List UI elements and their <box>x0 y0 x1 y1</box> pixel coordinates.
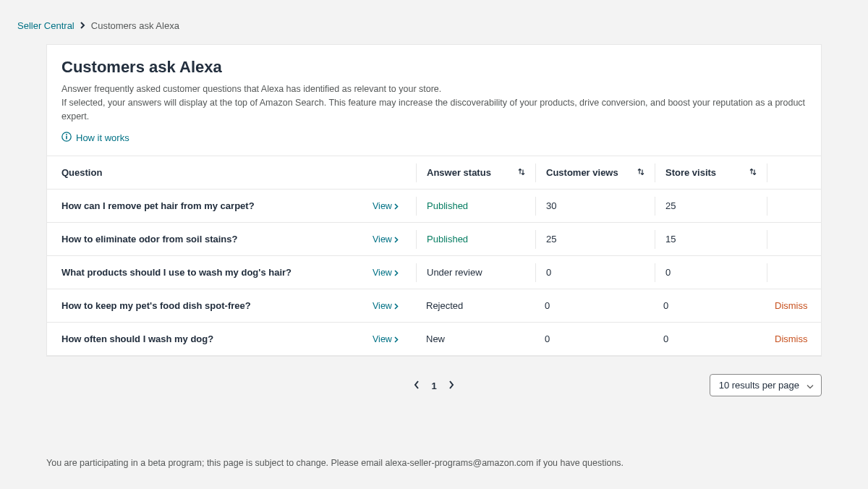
svg-rect-2 <box>66 136 67 140</box>
view-link[interactable]: View <box>373 268 399 278</box>
breadcrumb-current: Customers ask Alexa <box>91 20 179 31</box>
table-row: How to keep my pet's food dish spot-free… <box>47 289 821 323</box>
customer-views-cell: 30 <box>546 200 655 211</box>
store-visits-cell: 0 <box>663 300 765 311</box>
question-cell: How often should I wash my dog? <box>61 333 373 344</box>
store-visits-cell: 25 <box>665 200 767 211</box>
view-link[interactable]: View <box>373 201 399 211</box>
how-it-works-label: How it works <box>76 132 129 143</box>
question-cell: What products should I use to wash my do… <box>61 267 373 278</box>
col-separator <box>767 163 767 182</box>
answer-status-cell: Rejected <box>426 300 535 311</box>
col-header-customer-views[interactable]: Customer views <box>546 167 655 178</box>
answer-status-cell: New <box>426 333 535 344</box>
col-header-store-visits[interactable]: Store visits <box>665 167 767 178</box>
answer-status-cell: Under review <box>427 267 535 278</box>
col-separator <box>535 163 536 182</box>
sort-icon <box>518 167 525 178</box>
pager-prev-button[interactable] <box>414 380 420 391</box>
view-link[interactable]: View <box>373 234 399 244</box>
table-body: How can I remove pet hair from my carpet… <box>47 190 821 356</box>
question-cell: How to keep my pet's food dish spot-free… <box>61 300 373 311</box>
breadcrumb: Seller Central Customers ask Alexa <box>0 0 868 44</box>
col-header-answer-status-label: Answer status <box>427 167 491 178</box>
table-header-row: Question Answer status Customer views St… <box>47 156 821 190</box>
sort-icon <box>637 167 644 178</box>
question-cell: How can I remove pet hair from my carpet… <box>61 200 373 211</box>
chevron-down-icon <box>807 380 814 391</box>
pager-current-page: 1 <box>431 380 436 391</box>
svg-point-1 <box>66 134 67 135</box>
store-visits-cell: 0 <box>663 333 765 344</box>
pager-row: 1 10 results per page <box>46 374 822 397</box>
view-link[interactable]: View <box>373 301 399 311</box>
answer-status-cell: Published <box>427 200 535 211</box>
customer-views-cell: 25 <box>546 234 655 244</box>
table-row: How can I remove pet hair from my carpet… <box>47 190 821 223</box>
results-per-page-label: 10 results per page <box>719 380 799 391</box>
answer-status-cell: Published <box>427 234 535 244</box>
beta-footer-note: You are participating in a beta program;… <box>46 458 822 468</box>
info-icon <box>61 132 72 144</box>
dismiss-link[interactable]: Dismiss <box>775 300 808 311</box>
col-header-customer-views-label: Customer views <box>546 167 618 178</box>
chevron-right-icon <box>80 21 85 31</box>
pager: 1 <box>414 380 454 391</box>
store-visits-cell: 15 <box>665 234 767 244</box>
store-visits-cell: 0 <box>665 267 767 278</box>
dismiss-link[interactable]: Dismiss <box>775 333 808 344</box>
card-header: Customers ask Alexa Answer frequently as… <box>47 45 821 156</box>
sort-icon <box>749 167 757 178</box>
view-cell: View <box>373 300 416 311</box>
view-cell: View <box>373 234 416 244</box>
table-row: How to eliminate odor from soil stains?V… <box>47 223 821 256</box>
col-header-store-visits-label: Store visits <box>665 167 716 178</box>
page-desc-1: Answer frequently asked customer questio… <box>61 82 807 96</box>
view-cell: View <box>373 200 416 211</box>
customer-views-cell: 0 <box>546 267 655 278</box>
table-row: What products should I use to wash my do… <box>47 256 821 289</box>
view-link[interactable]: View <box>373 334 399 344</box>
main-card: Customers ask Alexa Answer frequently as… <box>46 44 822 357</box>
col-separator <box>655 163 655 182</box>
page-title: Customers ask Alexa <box>61 58 807 77</box>
action-cell: Dismiss <box>775 300 817 311</box>
customer-views-cell: 0 <box>545 300 653 311</box>
table-row: How often should I wash my dog?ViewNew00… <box>47 323 821 356</box>
customer-views-cell: 0 <box>545 333 653 344</box>
col-header-answer-status[interactable]: Answer status <box>427 167 535 178</box>
view-cell: View <box>373 267 416 278</box>
results-per-page-select[interactable]: 10 results per page <box>710 374 822 396</box>
col-separator <box>416 163 417 182</box>
view-cell: View <box>373 333 416 344</box>
question-cell: How to eliminate odor from soil stains? <box>61 234 373 244</box>
breadcrumb-root-link[interactable]: Seller Central <box>17 20 75 31</box>
action-cell: Dismiss <box>775 333 817 344</box>
pager-next-button[interactable] <box>448 380 454 391</box>
how-it-works-link[interactable]: How it works <box>61 132 129 144</box>
page-desc-2: If selected, your answers will display a… <box>61 96 807 124</box>
col-header-question: Question <box>61 167 373 178</box>
